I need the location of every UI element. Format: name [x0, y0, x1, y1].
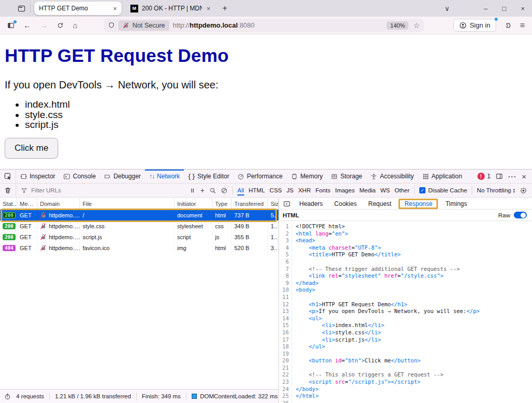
request-row-script.js[interactable]: 200GEThttpdemo….script.jsscriptjs355 B1… [0, 231, 278, 242]
filter-type-fonts[interactable]: Fonts [315, 187, 330, 193]
click-me-button[interactable]: Click me [5, 138, 58, 159]
request-row-[interactable]: 200GEThttpdemo…./documenthtml737 B5… [0, 210, 278, 220]
filter-type-media[interactable]: Media [360, 187, 376, 193]
zoom-level-badge[interactable]: 140% [387, 21, 408, 30]
details-tab-headers[interactable]: Headers [294, 200, 328, 207]
browser-tab-active[interactable]: HTTP GET Demo × [34, 2, 122, 15]
menu-icon[interactable]: ≡ [520, 21, 525, 30]
devtools-tab-network[interactable]: ↑↓Network [145, 170, 184, 183]
size-cell: 5… [268, 210, 278, 220]
filter-type-css[interactable]: CSS [270, 187, 282, 193]
shield-icon[interactable] [108, 22, 115, 29]
not-secure-badge[interactable]: Not Secure [118, 20, 169, 31]
code-line: 6 [280, 258, 532, 266]
filter-type-all[interactable]: All [237, 187, 244, 196]
filter-urls-input[interactable]: Filter URLs [21, 187, 61, 194]
line-number: 1 [280, 223, 292, 230]
address-bar[interactable]: Not Secure http://httpdemo.local:8080 14… [104, 19, 424, 32]
request-row-favicon.ico[interactable]: 404GEThttpdemo….favicon.icoimghtml520 B3… [0, 242, 278, 253]
firefox-view-icon[interactable] [18, 5, 25, 12]
devtools-tab-debugger[interactable]: Debugger [100, 170, 145, 183]
devtools-tab-performance[interactable]: Performance [233, 170, 287, 183]
accessibility-icon [370, 173, 377, 180]
request-row-style.css[interactable]: 200GEThttpdemo….style.cssstylesheetcss34… [0, 220, 278, 231]
devtools-tab-inspector[interactable]: Inspector [16, 170, 59, 183]
network-icon: ↑↓ [149, 173, 154, 180]
column-header-size[interactable]: Size [268, 198, 278, 209]
pause-traffic-icon[interactable] [189, 187, 196, 194]
sidebar-toggle-icon[interactable] [7, 22, 15, 29]
code-text: </head> [296, 280, 318, 287]
devtools-tab-label: Style Editor [197, 173, 229, 180]
filter-type-html[interactable]: HTML [249, 187, 265, 193]
sign-in-button[interactable]: Sign in [454, 19, 496, 32]
code-text: <li>index.html</li> [296, 322, 384, 329]
error-badge-icon[interactable]: ! [477, 173, 485, 180]
devtools-tab-application[interactable]: Application [418, 170, 467, 183]
devtools-tab-memory[interactable]: Memory [287, 170, 327, 183]
column-header-type[interactable]: Type [212, 198, 232, 209]
tab-close-icon[interactable]: × [206, 5, 210, 12]
devtools-close-icon[interactable]: × [522, 172, 526, 181]
filter-type-images[interactable]: Images [335, 187, 355, 193]
new-request-icon[interactable]: + [201, 186, 205, 194]
devtools-tab-storage[interactable]: Storage [327, 170, 366, 183]
filter-type-other[interactable]: Other [395, 187, 410, 193]
network-settings-gear-icon[interactable] [520, 187, 527, 194]
line-number: 24 [280, 386, 292, 393]
devtools-menu-icon[interactable]: ··· [508, 173, 516, 180]
domain-cell: httpdemo…. [37, 231, 80, 242]
code-text: <meta charset="UTF-8"> [296, 244, 381, 252]
pick-element-icon[interactable] [0, 170, 16, 183]
filter-type-js[interactable]: JS [286, 187, 293, 193]
forward-button[interactable]: → [40, 21, 48, 30]
reload-button[interactable] [57, 22, 64, 29]
code-text: </ul> [296, 343, 325, 350]
line-number: 10 [280, 287, 292, 294]
column-header-stat[interactable]: Stat… [0, 198, 17, 209]
devtools-tab-accessibility[interactable]: Accessibility [366, 170, 418, 183]
filter-type-xhr[interactable]: XHR [298, 187, 311, 193]
throttling-dropdown[interactable]: No Throttling ▴▾ [477, 187, 515, 193]
new-tab-button[interactable]: + [222, 4, 227, 13]
column-header-me[interactable]: Me… [17, 198, 37, 209]
column-header-file[interactable]: File [80, 198, 175, 209]
maximize-button[interactable]: □ [502, 5, 507, 12]
minimize-button[interactable]: – [484, 5, 487, 12]
tab-list-chevron-icon[interactable]: ∨ [445, 5, 450, 12]
browser-tab-mdn[interactable]: M 200 OK - HTTP | MDN × [126, 2, 215, 15]
details-tab-cookies[interactable]: Cookies [328, 200, 362, 207]
line-number: 22 [280, 371, 292, 379]
search-icon[interactable] [209, 187, 216, 194]
split-console-icon[interactable] [496, 173, 503, 180]
block-requests-icon[interactable] [221, 187, 228, 194]
status-badge: 200 [3, 234, 16, 240]
column-header-initiator[interactable]: Initiator [175, 198, 212, 209]
details-tab-request[interactable]: Request [363, 200, 397, 207]
request-table-header[interactable]: Stat…Me…DomainFileInitiatorTypeTransferr… [0, 198, 278, 210]
sidebar-expand-icon[interactable] [280, 200, 294, 207]
details-tab-response[interactable]: Response [398, 199, 438, 209]
bookmark-star-icon[interactable]: ☆ [413, 21, 420, 30]
tab-close-icon[interactable]: × [113, 5, 117, 12]
back-button[interactable]: ← [23, 21, 31, 30]
column-header-domain[interactable]: Domain [37, 198, 80, 209]
column-header-transferred[interactable]: Transferred [232, 198, 268, 209]
line-number: 23 [280, 379, 292, 386]
home-button[interactable]: ⌂ [73, 21, 77, 30]
close-window-button[interactable]: × [521, 5, 525, 12]
raw-toggle[interactable] [514, 212, 527, 218]
devtools-tab-style-editor[interactable]: { }Style Editor [184, 170, 233, 183]
extensions-icon[interactable] [504, 22, 512, 29]
sign-in-label: Sign in [470, 21, 490, 29]
insecure-lock-icon [40, 244, 47, 251]
details-tab-timings[interactable]: Timings [440, 200, 473, 207]
filter-type-ws[interactable]: WS [380, 187, 390, 193]
code-text: <link rel="stylesheet" href="/style.css"… [296, 272, 444, 280]
clear-requests-icon[interactable] [0, 184, 16, 197]
tab-title: 200 OK - HTTP | MDN [142, 5, 202, 12]
code-text: <html lang="en"> [296, 230, 348, 238]
disable-cache-checkbox[interactable]: ✓ Disable Cache [419, 187, 467, 193]
devtools-tab-console[interactable]: Console [59, 170, 100, 183]
response-source-view[interactable]: 1<!DOCTYPE html>2<html lang="en">3<head>… [280, 222, 532, 403]
